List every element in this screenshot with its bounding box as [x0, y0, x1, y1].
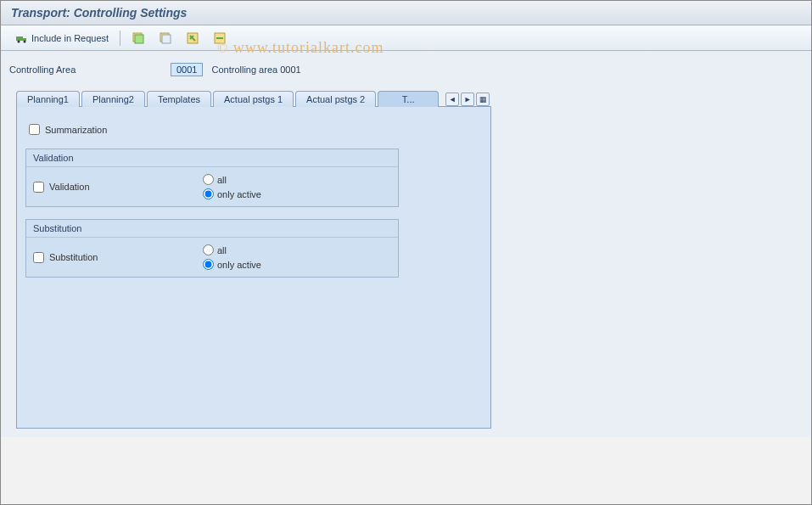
validation-group-title: Validation	[26, 149, 398, 167]
substitution-checkbox[interactable]	[33, 252, 44, 263]
toolbar: Include in Request	[1, 25, 811, 51]
substitution-group: Substitution Substitution all only activ…	[25, 219, 399, 278]
toolbar-action-3[interactable]	[182, 29, 204, 48]
chevron-right-icon: ►	[464, 95, 472, 104]
substitution-radio-all-row[interactable]: all	[203, 244, 391, 255]
summarization-label: Summarization	[45, 125, 107, 135]
tab-actual-pstgs-2[interactable]: Actual pstgs 2	[295, 91, 376, 107]
tab-label: Actual pstgs 2	[306, 94, 365, 104]
tab-scroll-right-button[interactable]: ►	[461, 93, 474, 106]
summarization-row: Summarization	[29, 124, 482, 135]
content-area: Controlling Area 0001 Controlling area 0…	[1, 51, 811, 437]
validation-radio-all-row[interactable]: all	[203, 174, 391, 185]
validation-radio-active-row[interactable]: only active	[203, 188, 391, 199]
validation-checkbox-row: Validation	[33, 182, 186, 193]
tab-planning2[interactable]: Planning2	[81, 91, 145, 107]
substitution-radio-all[interactable]	[203, 244, 214, 255]
tab-actual-pstgs-1[interactable]: Actual pstgs 1	[213, 91, 294, 107]
validation-group: Validation Validation all only active	[25, 149, 399, 207]
truck-icon	[15, 31, 29, 45]
substitution-radio-only-active[interactable]	[203, 259, 214, 270]
substitution-radio-all-label: all	[217, 245, 227, 255]
svg-rect-7	[162, 35, 171, 43]
list-icon: ▦	[479, 95, 487, 104]
substitution-group-title: Substitution	[26, 220, 398, 238]
substitution-radio-active-label: only active	[217, 260, 261, 270]
validation-radio-all-label: all	[217, 175, 227, 185]
page-title: Transport: Controlling Settings	[11, 6, 187, 20]
tab-label: Actual pstgs 1	[224, 94, 283, 104]
tab-label: Templates	[158, 94, 200, 104]
validation-checkbox-label: Validation	[49, 182, 90, 192]
svg-point-3	[24, 40, 26, 42]
substitution-checkbox-row: Substitution	[33, 252, 186, 263]
tab-list-button[interactable]: ▦	[476, 93, 490, 106]
validation-radio-group: all only active	[203, 174, 391, 199]
select-all-icon	[132, 31, 145, 45]
deselect-all-icon	[159, 31, 172, 45]
tab-strip: Planning1 Planning2 Templates Actual pst…	[16, 90, 803, 106]
tab-label: Planning1	[27, 94, 69, 104]
substitution-radio-active-row[interactable]: only active	[203, 259, 391, 270]
tab-label: T...	[402, 94, 415, 104]
include-in-request-button[interactable]: Include in Request	[11, 29, 113, 48]
deselect-block-icon	[213, 31, 227, 45]
validation-checkbox[interactable]	[33, 182, 44, 193]
controlling-area-value[interactable]: 0001	[171, 63, 203, 76]
tab-panel: Summarization Validation Validation all	[16, 106, 491, 429]
substitution-checkbox-label: Substitution	[49, 252, 98, 262]
select-block-icon	[186, 31, 199, 45]
svg-rect-5	[135, 35, 143, 43]
toolbar-action-1[interactable]	[127, 29, 149, 48]
toolbar-divider	[120, 31, 120, 46]
tab-planning1[interactable]: Planning1	[16, 91, 80, 107]
substitution-radio-group: all only active	[203, 244, 391, 270]
controlling-area-desc: Controlling area 0001	[211, 65, 300, 75]
chevron-left-icon: ◄	[449, 95, 456, 104]
toolbar-action-4[interactable]	[209, 29, 231, 48]
tab-truncated-active[interactable]: T...	[378, 91, 439, 107]
tab-nav: ◄ ► ▦	[445, 93, 490, 106]
tab-label: Planning2	[92, 94, 134, 104]
tab-scroll-left-button[interactable]: ◄	[445, 93, 459, 106]
include-in-request-label: Include in Request	[31, 33, 109, 43]
svg-point-2	[18, 40, 20, 42]
title-bar: Transport: Controlling Settings	[1, 1, 811, 25]
summarization-checkbox[interactable]	[29, 124, 40, 135]
controlling-area-row: Controlling Area 0001 Controlling area 0…	[9, 63, 803, 76]
svg-rect-0	[16, 36, 23, 41]
toolbar-action-2[interactable]	[154, 29, 176, 48]
validation-radio-only-active[interactable]	[203, 188, 214, 199]
controlling-area-label: Controlling Area	[9, 65, 162, 75]
tab-templates[interactable]: Templates	[147, 91, 211, 107]
validation-radio-active-label: only active	[217, 189, 261, 199]
validation-radio-all[interactable]	[203, 174, 214, 185]
